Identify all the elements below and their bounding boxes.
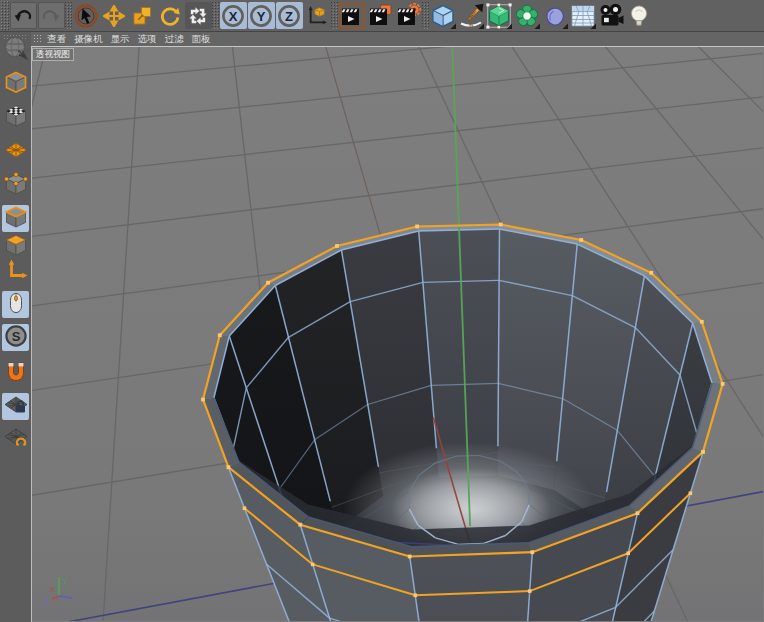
viewport-menubar: 查看摄像机显示选项过滤面板	[31, 32, 764, 46]
workplane-grid-icon	[3, 137, 29, 167]
mouse-icon	[3, 290, 29, 320]
edges-mode-button[interactable]	[2, 205, 29, 232]
workplane-mode-button[interactable]	[2, 138, 29, 165]
svg-text:S: S	[11, 328, 20, 343]
viewport-view-label[interactable]: 透视视图	[32, 48, 74, 61]
texture-mode-button[interactable]	[2, 104, 29, 131]
svg-text:Z: Z	[44, 597, 49, 606]
snap-s-icon: S	[3, 323, 29, 353]
viewport-menubar-grip	[33, 34, 43, 44]
pen-icon	[458, 3, 484, 29]
move-icon	[103, 5, 125, 27]
light-button[interactable]	[626, 2, 653, 29]
environment-button[interactable]	[570, 2, 597, 29]
svg-text:Z: Z	[285, 8, 293, 23]
viewport-panel: 查看摄像机显示选项过滤面板 透视视图 YXZ	[31, 32, 764, 622]
undo-button[interactable]	[10, 2, 37, 29]
tweak-mode-button[interactable]	[2, 291, 29, 318]
rotate-icon	[159, 5, 181, 27]
svg-text:X: X	[49, 585, 55, 594]
last-tool-button[interactable]	[185, 2, 212, 29]
magnet-button[interactable]	[2, 360, 29, 387]
points-cube-icon	[3, 171, 29, 201]
viewport-menu-4[interactable]: 过滤	[161, 32, 188, 46]
scale-button[interactable]	[129, 2, 156, 29]
workplane-lock-button[interactable]	[2, 393, 29, 420]
top-toolbar: XYZ	[0, 0, 764, 32]
svg-text:Y: Y	[62, 577, 68, 586]
model-cube-icon	[3, 69, 29, 99]
undo-icon	[12, 5, 34, 27]
render-settings-icon	[395, 3, 421, 29]
workplane-lock-icon	[3, 392, 29, 422]
camera-icon	[598, 3, 624, 29]
enable-axis-button[interactable]	[2, 259, 29, 286]
add-cube-button[interactable]	[430, 2, 457, 29]
polygons-mode-button[interactable]	[2, 233, 29, 260]
render-view-button[interactable]	[339, 2, 366, 29]
lock-y-button[interactable]: Y	[248, 2, 275, 29]
axis-l-icon	[3, 258, 29, 288]
toolbar-separator	[65, 2, 72, 29]
viewport-menu-1[interactable]: 摄像机	[70, 32, 107, 46]
axis-z-icon: Z	[276, 3, 302, 29]
render-picture-viewer-button[interactable]	[367, 2, 394, 29]
svg-text:X: X	[229, 8, 238, 23]
lock-x-button[interactable]: X	[220, 2, 247, 29]
scale-icon	[131, 5, 153, 27]
coordinate-system-button[interactable]	[304, 2, 331, 29]
move-button[interactable]	[101, 2, 128, 29]
toolbar-separator	[212, 2, 219, 29]
workplane-clamp-button[interactable]	[2, 425, 29, 452]
magnet-icon	[3, 359, 29, 389]
viewport-scene: YXZ	[32, 47, 763, 621]
viewport-3d-area[interactable]: 透视视图 YXZ	[31, 46, 764, 622]
redo-icon	[40, 5, 62, 27]
model-mode-button[interactable]	[2, 70, 29, 97]
cycle-arrows-icon	[187, 5, 209, 27]
floor-icon	[570, 3, 596, 29]
edges-cube-icon	[3, 204, 29, 234]
axis-x-icon: X	[220, 3, 246, 29]
axis-y-icon: Y	[248, 3, 274, 29]
light-icon	[626, 3, 652, 29]
render-picture-icon	[367, 3, 393, 29]
camera-button[interactable]	[598, 2, 625, 29]
redo-button[interactable]	[38, 2, 65, 29]
left-mode-palette: S	[0, 32, 32, 622]
render-view-icon	[339, 3, 365, 29]
pen-spline-button[interactable]	[458, 2, 485, 29]
live-selection-button[interactable]	[73, 2, 100, 29]
lock-z-button[interactable]: Z	[276, 2, 303, 29]
deformer-button[interactable]	[542, 2, 569, 29]
make-editable-button[interactable]	[2, 36, 29, 63]
subdivision-surface-button[interactable]	[486, 2, 513, 29]
viewport-menu-0[interactable]: 查看	[43, 32, 70, 46]
enable-snap-button[interactable]: S	[2, 324, 29, 351]
array-icon	[514, 3, 540, 29]
deformer-icon	[542, 3, 568, 29]
live-selection-icon	[73, 3, 99, 29]
points-mode-button[interactable]	[2, 172, 29, 199]
render-settings-button[interactable]	[395, 2, 422, 29]
toolbar-separator	[331, 2, 338, 29]
subdiv-icon	[486, 3, 512, 29]
editable-ball-icon	[3, 35, 29, 65]
array-generator-button[interactable]	[514, 2, 541, 29]
coord-cube-icon	[306, 5, 328, 27]
rotate-button[interactable]	[157, 2, 184, 29]
viewport-menu-2[interactable]: 显示	[107, 32, 134, 46]
cube-icon	[430, 3, 456, 29]
svg-text:Y: Y	[257, 8, 266, 23]
viewport-menu-3[interactable]: 选项	[134, 32, 161, 46]
workplane-clamp-icon	[3, 424, 29, 454]
toolbar-separator	[422, 2, 429, 29]
texture-cube-icon	[3, 103, 29, 133]
viewport-menu-5[interactable]: 面板	[188, 32, 215, 46]
toolbar-grip	[0, 0, 9, 31]
